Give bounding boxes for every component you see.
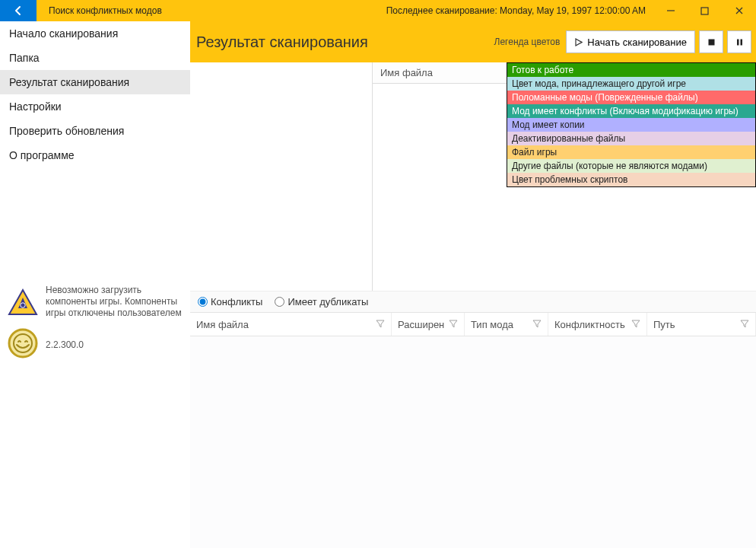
results-table-header: Имя файла Расширен Тип мода Конфликтност… [190, 312, 756, 336]
last-scan-text: Последнее сканирование: Monday, May 19, … [386, 5, 653, 16]
close-button[interactable] [722, 0, 756, 21]
back-button[interactable] [0, 0, 37, 21]
maximize-button[interactable] [688, 0, 722, 21]
svg-rect-9 [737, 39, 739, 45]
detail-panel: Имя файла Готов к работеЦвет мода, прина… [373, 62, 756, 291]
app-title: Поиск конфликтных модов [43, 5, 162, 16]
file-panel [190, 62, 373, 291]
sidebar-item-about[interactable]: О программе [0, 143, 190, 167]
start-scan-label: Начать сканирование [587, 37, 687, 48]
sidebar: Начало сканирования Папка Результат скан… [0, 21, 190, 548]
col-header-conflict[interactable]: Конфликтность [548, 313, 647, 336]
sidebar-item-check-updates[interactable]: Проверить обновления [0, 119, 190, 143]
filter-icon[interactable] [631, 319, 640, 330]
main-content: Результат сканирования Легенда цветов На… [190, 21, 756, 548]
col-header-conflict-label: Конфликтность [554, 319, 625, 330]
radio-conflicts-label: Конфликты [211, 296, 262, 307]
col-header-path[interactable]: Путь [647, 313, 756, 336]
legend-row: Цвет проблемных скриптов [507, 173, 755, 186]
stop-button[interactable] [699, 30, 723, 53]
filter-icon[interactable] [740, 319, 749, 330]
legend-row: Поломанные моды (Поврежденные файлы) [507, 91, 755, 104]
legend-popup: Готов к работеЦвет мода, принадлежащего … [507, 62, 756, 187]
page-header: Результат сканирования Легенда цветов На… [190, 21, 756, 62]
radio-conflicts-input[interactable] [198, 297, 208, 307]
svg-rect-10 [740, 39, 742, 45]
col-header-extension-label: Расширен [398, 319, 444, 330]
legend-row: Мод имеет копии [507, 118, 755, 132]
svg-marker-7 [576, 39, 582, 46]
svg-rect-8 [708, 39, 714, 45]
minimize-button[interactable] [653, 0, 688, 21]
legend-row: Другие файлы (которые не являются модами… [507, 159, 755, 173]
filter-icon[interactable] [376, 319, 385, 330]
sidebar-item-folder[interactable]: Папка [0, 46, 190, 70]
col-header-extension[interactable]: Расширен [392, 313, 465, 336]
legend-row: Готов к работе [507, 63, 755, 77]
col-header-mod-type[interactable]: Тип мода [465, 313, 548, 336]
title-bar: Поиск конфликтных модов Последнее сканир… [0, 0, 756, 21]
sidebar-item-settings[interactable]: Настройки [0, 94, 190, 119]
arrow-left-icon [12, 5, 24, 17]
filter-icon[interactable] [449, 319, 458, 330]
play-icon [574, 38, 583, 46]
svg-point-4 [21, 302, 25, 307]
maximize-icon [700, 7, 709, 15]
radio-conflicts[interactable]: Конфликты [198, 296, 262, 307]
start-scan-button[interactable]: Начать сканирование [566, 30, 695, 53]
results-table-body [190, 336, 756, 548]
warning-icon [8, 288, 38, 316]
col-header-file-label: Имя файла [196, 319, 249, 330]
status-warning-text: Невозможно загрузить компоненты игры. Ко… [46, 285, 183, 319]
col-header-file[interactable]: Имя файла [190, 313, 392, 336]
version-icon [8, 328, 38, 361]
status-warning-row: Невозможно загрузить компоненты игры. Ко… [0, 280, 190, 323]
page-title: Результат сканирования [190, 33, 368, 51]
close-icon [735, 6, 744, 15]
sidebar-item-start-scan[interactable]: Начало сканирования [0, 21, 190, 46]
minimize-icon [666, 6, 675, 15]
col-header-path-label: Путь [653, 319, 675, 330]
legend-row: Мод имеет конфликты (Включая модификацию… [507, 104, 755, 118]
radio-duplicates-input[interactable] [275, 297, 284, 307]
filter-icon[interactable] [532, 319, 542, 330]
filter-radio-row: Конфликты Имеет дубликаты [190, 291, 756, 312]
legend-row: Цвет мода, принадлежащего другой игре [507, 77, 755, 91]
legend-row: Файл игры [507, 145, 755, 159]
legend-label[interactable]: Легенда цветов [494, 37, 567, 47]
file-column-label: Имя файла [380, 67, 433, 78]
legend-row: Деактивированные файлы [507, 132, 755, 145]
sidebar-item-scan-result[interactable]: Результат сканирования [0, 70, 190, 94]
version-text: 2.2.300.0 [46, 339, 84, 350]
pause-icon [735, 38, 744, 46]
stop-icon [707, 38, 716, 46]
radio-duplicates-label: Имеет дубликаты [287, 296, 368, 307]
version-row: 2.2.300.0 [0, 323, 190, 365]
col-header-mod-type-label: Тип мода [471, 319, 513, 330]
svg-rect-1 [701, 8, 708, 14]
radio-duplicates[interactable]: Имеет дубликаты [275, 296, 368, 307]
pause-button[interactable] [727, 30, 751, 53]
